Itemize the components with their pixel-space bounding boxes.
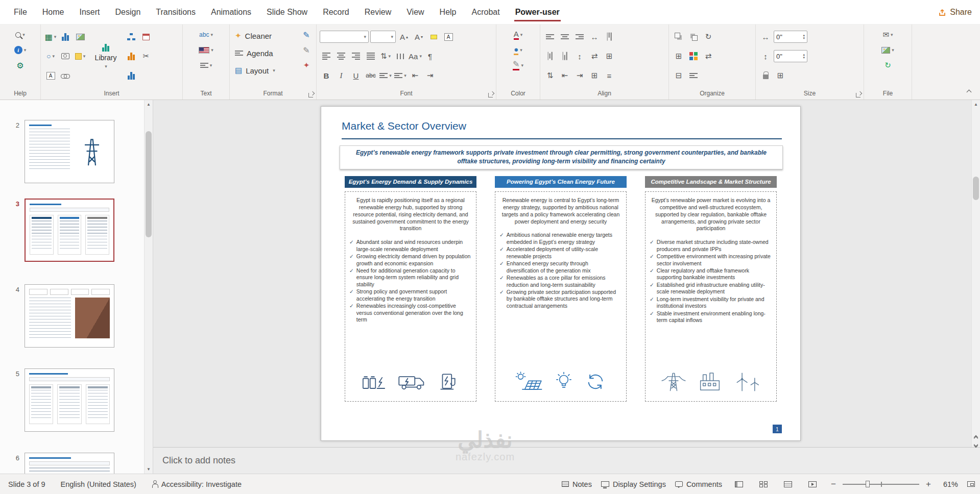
layout-button[interactable]: ▤Layout▾	[233, 62, 298, 79]
ungroup-objects-icon[interactable]: ⊟	[672, 68, 685, 83]
slide-thumb-6[interactable]: 6	[8, 453, 114, 474]
eraser-icon[interactable]: ✎	[300, 43, 313, 57]
align-bottom-icon[interactable]	[558, 49, 571, 63]
accessibility-checker[interactable]: Accessibility: Investigate	[152, 480, 242, 488]
zoom-slider[interactable]	[843, 484, 919, 485]
menu-design[interactable]: Design	[107, 0, 148, 24]
slide-scrollbar[interactable]: ▲	[971, 100, 980, 447]
reading-view-button[interactable]	[780, 477, 796, 491]
width-input[interactable]: 0"▴▾	[774, 31, 807, 43]
column-clean-energy[interactable]: Powering Egypt’s Clean Energy Future Ren…	[495, 176, 627, 402]
text-box-icon[interactable]: A	[44, 68, 57, 83]
zoom-slider-thumb[interactable]	[866, 481, 870, 487]
fit-slide-to-window-icon[interactable]	[967, 481, 975, 487]
menu-review[interactable]: Review	[357, 0, 399, 24]
zoom-out-button[interactable]: −	[829, 479, 838, 489]
display-settings-button[interactable]: Display Settings	[601, 480, 666, 488]
insert-shape-icon[interactable]: ○▾	[44, 49, 57, 63]
slide[interactable]: Market & Sector Overview Egypt’s renewab…	[321, 106, 801, 441]
shrink-font-icon[interactable]: A▾	[412, 30, 425, 44]
decrease-indent-icon[interactable]: ⇤	[409, 68, 422, 83]
scroll-down-arrow[interactable]: ▼	[145, 465, 153, 474]
snap-grid-icon[interactable]: ⊞	[603, 49, 616, 63]
notes-toggle[interactable]: Notes	[562, 480, 592, 488]
language-flag-icon[interactable]: ▾	[186, 43, 226, 57]
zoom-in-button[interactable]: +	[924, 479, 933, 489]
align-top-icon[interactable]	[603, 30, 616, 44]
slide-thumbnail-3-selected[interactable]: 3	[8, 199, 114, 262]
line-spacing-icon[interactable]: ⇅▾	[379, 49, 392, 63]
menu-power-user[interactable]: Power-user	[508, 0, 567, 24]
column-energy-demand[interactable]: Egypt’s Energy Demand & Supply Dynamics …	[345, 176, 476, 402]
format-dialog-launcher[interactable]	[308, 92, 314, 97]
rotate-icon[interactable]: ↻	[702, 30, 715, 44]
dock-objects-icon[interactable]: ⊞	[588, 68, 601, 83]
bullet-list-icon[interactable]: ▾	[379, 68, 392, 83]
height-resize-icon[interactable]: ↕	[759, 49, 772, 63]
cleaner-button[interactable]: ✦Cleaner	[233, 28, 298, 44]
previous-slide-button[interactable]	[974, 437, 977, 439]
flip-icon[interactable]: ⇄	[702, 49, 715, 63]
screenshot-icon[interactable]	[59, 49, 72, 63]
selection-pane-icon[interactable]	[687, 68, 700, 83]
align-objects-right-icon[interactable]	[573, 30, 586, 44]
scroll-up-arrow[interactable]: ▲	[145, 100, 153, 109]
settings-gear-icon[interactable]: ⚙	[3, 58, 37, 72]
comments-button[interactable]: Comments	[675, 480, 722, 488]
match-size-icon[interactable]: ⊞	[774, 68, 787, 83]
menu-animations[interactable]: Animations	[203, 0, 259, 24]
column-competitive-landscape[interactable]: Competitive Landscape & Market Structure…	[645, 176, 777, 402]
tidy-layout-icon[interactable]: ≡	[603, 68, 616, 83]
align-right-text-icon[interactable]	[349, 49, 363, 63]
increase-indent-icon[interactable]: ⇥	[423, 68, 437, 83]
match-width-icon[interactable]: ⇤	[558, 68, 571, 83]
grow-font-icon[interactable]: A▴	[397, 30, 411, 44]
thumbnail-scrollbar[interactable]: ▲ ▼	[144, 100, 153, 474]
bar-chart-icon[interactable]	[125, 68, 138, 83]
font-color-icon[interactable]: A▾	[499, 28, 537, 42]
italic-icon[interactable]: I	[334, 68, 348, 83]
calendar-icon[interactable]	[139, 30, 153, 44]
insert-chart-icon[interactable]	[59, 30, 72, 44]
font-size-combo[interactable]: ▾	[370, 31, 396, 43]
agenda-button[interactable]: Agenda	[233, 45, 298, 61]
menu-insert[interactable]: Insert	[71, 0, 107, 24]
width-spinner[interactable]: ▴▾	[803, 34, 805, 40]
highlight-icon[interactable]	[427, 30, 440, 44]
align-left-text-icon[interactable]	[320, 49, 333, 63]
outline-color-icon[interactable]: ✎▾	[499, 58, 537, 72]
key-message-banner[interactable]: Egypt’s renewable energy framework suppo…	[340, 145, 783, 169]
justify-text-icon[interactable]	[364, 49, 377, 63]
lock-aspect-icon[interactable]	[759, 68, 772, 83]
fill-color-icon[interactable]: ●▾	[499, 43, 537, 57]
search-icon[interactable]: ▾	[3, 28, 37, 42]
language-selector[interactable]: English (United States)	[61, 480, 136, 488]
refresh-links-icon[interactable]: ↻	[867, 58, 909, 72]
character-border-icon[interactable]: A	[442, 30, 455, 44]
slide-thumbnail-2[interactable]: 2	[8, 120, 114, 183]
size-dialog-launcher[interactable]	[856, 92, 862, 97]
scrollbar-thumb[interactable]	[146, 131, 152, 237]
send-backward-icon[interactable]	[687, 30, 700, 44]
text-style-icon[interactable]: ▾	[186, 58, 226, 72]
align-middle-icon[interactable]	[543, 49, 557, 63]
menu-file[interactable]: File	[6, 0, 35, 24]
align-objects-left-icon[interactable]	[543, 30, 557, 44]
slide-sorter-view-button[interactable]	[756, 477, 771, 491]
format-painter-icon[interactable]: ✎	[300, 28, 313, 42]
distribute-horizontal-icon[interactable]: ↔	[588, 30, 601, 44]
bold-icon[interactable]: B	[320, 68, 333, 83]
next-slide-button[interactable]	[974, 444, 977, 446]
underline-icon[interactable]: U	[349, 68, 363, 83]
menu-slide-show[interactable]: Slide Show	[259, 0, 315, 24]
insert-picture-icon[interactable]	[74, 30, 87, 44]
menu-help[interactable]: Help	[432, 0, 464, 24]
slide-thumbnail-4[interactable]: 4	[8, 284, 114, 348]
height-spinner[interactable]: ▴▾	[803, 53, 805, 59]
zoom-level[interactable]: 61%	[938, 480, 958, 488]
height-input[interactable]: 0"▴▾	[774, 50, 807, 62]
align-objects-center-icon[interactable]	[558, 30, 571, 44]
hyperlink-icon[interactable]	[59, 68, 72, 83]
arrange-row-icon[interactable]: ⇅	[543, 68, 557, 83]
email-icon[interactable]: ✉▾	[867, 28, 909, 42]
